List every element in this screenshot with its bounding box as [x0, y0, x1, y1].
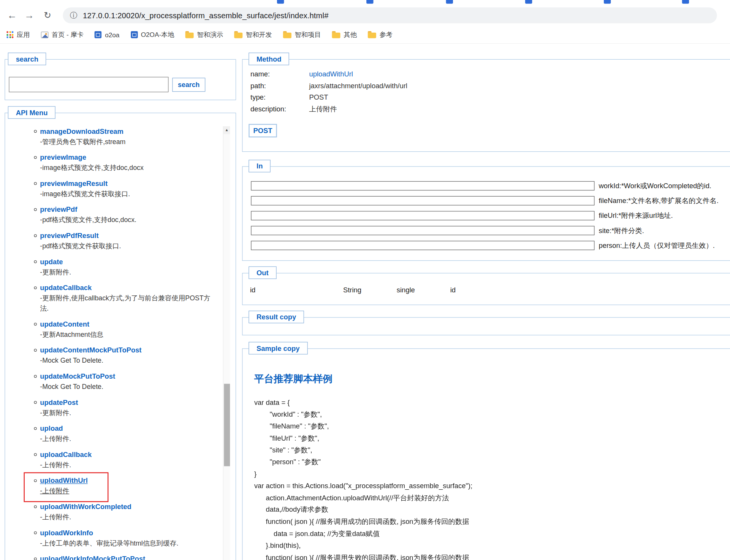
api-menu-item: uploadWithUrl -上传附件 [5, 476, 218, 496]
o2oa-app-icon [95, 31, 101, 38]
api-method-description: -上传附件. [40, 434, 218, 444]
bookmark-folder-zhihe-project[interactable]: 智和项目 [283, 30, 321, 39]
bookmark-folder-zhihe-dev[interactable]: 智和开发 [234, 30, 272, 39]
api-method-link[interactable]: manageDownloadStream [40, 126, 124, 136]
method-row-label: name: [250, 70, 309, 78]
api-menu-item: uploadWithWorkCompleted -上传附件. [5, 501, 218, 522]
bookmarks-bar: 应用 首页 - 摩卡 o2oa O2OA-本地 智和演示 智和开发 智和项目 [0, 26, 730, 44]
sample-legend: Sample copy [249, 342, 307, 354]
bookmark-folder-other[interactable]: 其他 [332, 30, 357, 39]
in-param-label: workId:*Work或WorkCompleted的id. [599, 182, 711, 190]
in-parameter-row: person:上传人员（仅对管理员生效）. [242, 241, 730, 255]
api-method-link[interactable]: uploadWorkInfoMockPutToPost [40, 554, 145, 560]
api-method-link[interactable]: uploadWorkInfo [40, 528, 93, 538]
sample-panel: Sample copy 平台推荐脚本样例 var data = { "workI… [242, 348, 730, 560]
api-method-description: -上传附件. [40, 512, 218, 522]
search-panel: search search [5, 59, 236, 100]
api-method-link[interactable]: previewImage [40, 152, 86, 163]
sample-code-line: var data = { [254, 397, 472, 408]
api-method-link[interactable]: updatePost [40, 397, 78, 408]
in-param-input[interactable] [251, 181, 594, 191]
api-method-link[interactable]: upload [40, 424, 63, 434]
api-method-link[interactable]: previewImageResult [40, 178, 108, 189]
scroll-up-icon[interactable]: ▲ [223, 126, 230, 134]
bookmark-home-moka[interactable]: 首页 - 摩卡 [41, 30, 84, 39]
menu-scrollbar[interactable]: ▲ [223, 126, 230, 560]
sample-code-block: var data = { "workId" : "参数", "fileName"… [254, 397, 472, 560]
api-menu-item: update -更新附件. [5, 257, 218, 277]
api-method-description: -Mock Get To Delete. [40, 381, 218, 392]
api-method-description: -更新附件. [40, 267, 218, 277]
api-menu-item: uploadCallback -上传附件. [5, 449, 218, 470]
in-param-label: site:*附件分类. [599, 226, 644, 235]
scrollbar-thumb[interactable] [224, 384, 230, 466]
search-button[interactable]: search [172, 78, 205, 92]
api-method-link[interactable]: previewPdf [40, 205, 77, 215]
browser-tab-favicon[interactable] [604, 0, 611, 4]
search-panel-legend: search [8, 52, 46, 65]
bookmark-label: 其他 [344, 30, 356, 39]
browser-tab-favicon[interactable] [525, 0, 532, 4]
api-method-description: -pdf格式预览文件,支持doc,docx. [40, 215, 218, 225]
bullet-icon [34, 234, 36, 237]
in-param-label: person:上传人员（仅对管理员生效）. [599, 241, 714, 250]
browser-tab-favicon[interactable] [277, 0, 284, 4]
bookmark-o2oa[interactable]: o2oa [95, 31, 119, 38]
bookmark-label: 智和演示 [197, 30, 223, 39]
bullet-icon [34, 260, 36, 263]
api-method-description: -更新附件,使用callback方式,为了与前台兼容使用POST方法. [40, 293, 218, 314]
method-legend: Method [249, 52, 289, 65]
method-row: description: 上传附件 [250, 105, 407, 117]
browser-tab-favicon[interactable] [682, 0, 689, 4]
api-menu-item: updateContent -更新Attachment信息 [5, 319, 218, 339]
method-row: path: jaxrs/attachment/upload/with/url [250, 81, 407, 93]
in-parameter-rows: workId:*Work或WorkCompleted的id. fileName:… [242, 181, 730, 256]
browser-tab-favicon[interactable] [366, 0, 373, 4]
method-name-link[interactable]: uploadWithUrl [309, 70, 353, 78]
in-param-input[interactable] [251, 211, 594, 221]
reload-icon[interactable]: ↻ [40, 5, 55, 26]
api-method-link[interactable]: previewPdfResult [40, 230, 98, 241]
in-param-input[interactable] [251, 196, 594, 206]
method-row: type: POST [250, 93, 407, 105]
page-info-icon[interactable]: ⓘ [70, 11, 78, 21]
result-legend: Result copy [249, 311, 304, 323]
method-row-label: description: [250, 105, 309, 113]
in-param-input[interactable] [251, 241, 594, 250]
api-method-link[interactable]: updateContentMockPutToPost [40, 345, 141, 355]
api-method-link[interactable]: uploadWithWorkCompleted [40, 501, 131, 512]
back-icon[interactable]: ← [5, 5, 19, 26]
api-menu-list: manageDownloadStream -管理员角色下载附件,stream p… [5, 126, 218, 560]
result-panel: Result copy [242, 317, 730, 335]
bullet-icon [34, 208, 36, 211]
in-param-label: fileUrl:*附件来源url地址. [599, 211, 673, 220]
api-method-link[interactable]: updateMockPutToPost [40, 371, 115, 381]
api-method-link[interactable]: update [40, 257, 63, 267]
browser-tab-favicon[interactable] [446, 0, 453, 4]
api-method-link[interactable]: uploadWithUrl [40, 476, 87, 486]
bullet-icon [34, 286, 36, 289]
sample-code-line: function( json ){ //服务调用成功的回调函数, json为服务… [254, 516, 472, 527]
bookmark-label: 参考 [380, 30, 393, 39]
in-param-input[interactable] [251, 226, 594, 235]
api-menu-item: previewPdf -pdf格式预览文件,支持doc,docx. [5, 205, 218, 225]
api-menu-item: updateCallback -更新附件,使用callback方式,为了与前台兼… [5, 283, 218, 314]
bookmark-apps[interactable]: 应用 [6, 30, 30, 39]
search-input[interactable] [9, 77, 168, 92]
bookmark-o2oa-local[interactable]: O2OA-本地 [131, 30, 174, 39]
bookmark-folder-reference[interactable]: 参考 [368, 30, 393, 39]
in-parameter-row: workId:*Work或WorkCompleted的id. [242, 181, 730, 196]
post-execute-button[interactable]: POST [249, 124, 277, 138]
bookmark-label: 智和项目 [295, 30, 321, 39]
url-bar[interactable]: ⓘ 127.0.0.1:20020/x_processplatform_asse… [63, 8, 717, 24]
bookmark-folder-zhihe-demo[interactable]: 智和演示 [185, 30, 223, 39]
api-method-description: -image格式预览文件获取接口. [40, 189, 218, 199]
method-row-label: path: [250, 81, 309, 89]
api-method-link[interactable]: uploadCallback [40, 449, 92, 460]
api-method-link[interactable]: updateCallback [40, 283, 92, 293]
bookmark-label: 首页 - 摩卡 [52, 30, 84, 39]
forward-icon[interactable]: → [22, 5, 37, 26]
api-method-description: -更新附件. [40, 408, 218, 418]
folder-icon [283, 33, 291, 38]
api-method-link[interactable]: updateContent [40, 319, 89, 329]
